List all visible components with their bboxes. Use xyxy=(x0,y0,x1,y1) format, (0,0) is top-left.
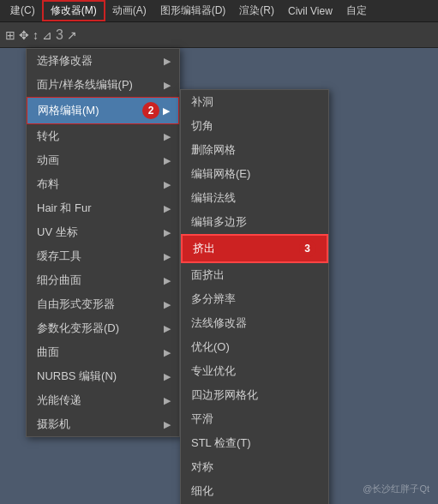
menu-item-cache[interactable]: 缓存工具 ▶ xyxy=(27,244,179,268)
submenu-item-edit-normals[interactable]: 编辑法线 xyxy=(181,186,328,210)
menu-item-hair-fur[interactable]: Hair 和 Fur ▶ xyxy=(27,196,179,220)
menubar-item-graph-editor[interactable]: 图形编辑器(D) xyxy=(153,2,233,20)
arrow-icon: ▶ xyxy=(164,80,171,91)
submenu-mesh-edit: 补洞 切角 删除网格 编辑网格(E) 编辑法线 编辑多边形 挤出 3 面挤出 xyxy=(180,89,329,504)
submenu-item-cap-holes[interactable]: 补洞 xyxy=(181,90,328,114)
menubar-item-civil-view[interactable]: Civil View xyxy=(281,3,339,19)
submenu-item-optimize[interactable]: 优化(O) xyxy=(181,335,328,359)
menubar: 建(C) 修改器(M) 动画(A) 图形编辑器(D) 渲染(R) Civil V… xyxy=(0,0,438,22)
menubar-item-render[interactable]: 渲染(R) xyxy=(232,2,281,20)
arrow-icon: ▶ xyxy=(164,371,171,382)
submenu-item-face-extrude[interactable]: 面挤出 xyxy=(181,263,328,287)
submenu-item-multires[interactable]: 多分辨率 xyxy=(181,287,328,311)
submenu-item-smooth[interactable]: 平滑 xyxy=(181,407,328,431)
main-area: 选择修改器 ▶ 面片/样条线编辑(P) ▶ 网格编辑(M) 2 ▶ 转化 ▶ 动… xyxy=(0,48,438,504)
menubar-item-custom[interactable]: 自定 xyxy=(339,2,374,20)
arrow-icon: ▶ xyxy=(164,419,171,430)
step-2-badge: 2 xyxy=(142,102,159,119)
submenu-item-chamfer[interactable]: 切角 xyxy=(181,114,328,138)
arrow-icon: ▶ xyxy=(164,395,171,406)
main-dropdown-menu: 选择修改器 ▶ 面片/样条线编辑(P) ▶ 网格编辑(M) 2 ▶ 转化 ▶ 动… xyxy=(26,48,180,437)
step-3-badge: 3 xyxy=(299,240,316,257)
submenu-item-stl-check[interactable]: STL 检查(T) xyxy=(181,431,328,455)
arrow-icon: ▶ xyxy=(164,299,171,310)
arrow-icon: ▶ xyxy=(164,203,171,214)
arrow-icon: ▶ xyxy=(164,227,171,238)
arrow-icon: ▶ xyxy=(164,56,171,67)
submenu-item-quadify[interactable]: 四边形网格化 xyxy=(181,383,328,407)
menubar-item-modifier[interactable]: 修改器(M) xyxy=(42,0,105,21)
menu-item-camera[interactable]: 摄影机 ▶ xyxy=(27,412,179,436)
menubar-item-animation[interactable]: 动画(A) xyxy=(105,2,153,20)
menu-item-select-modifier[interactable]: 选择修改器 ▶ xyxy=(27,49,179,73)
menu-item-parametric[interactable]: 参数化变形器(D) ▶ xyxy=(27,316,179,340)
menu-item-mesh-edit[interactable]: 网格编辑(M) 2 ▶ xyxy=(27,97,179,124)
submenu-item-extrude[interactable]: 挤出 3 xyxy=(181,234,328,263)
submenu-item-delete-mesh[interactable]: 删除网格 xyxy=(181,138,328,162)
menu-item-uv[interactable]: UV 坐标 ▶ xyxy=(27,220,179,244)
toolbar: ⊞ ✥ ↕ ⊿ 3 ↗ xyxy=(0,22,438,48)
toolbar-icon-4: ⊿ xyxy=(42,28,52,42)
menu-item-convert[interactable]: 转化 ▶ xyxy=(27,124,179,148)
submenu-item-pro-optimize[interactable]: 专业优化 xyxy=(181,359,328,383)
menu-item-radiosity[interactable]: 光能传递 ▶ xyxy=(27,388,179,412)
submenu-item-symmetry[interactable]: 对称 xyxy=(181,455,328,479)
toolbar-icon-3: ↕ xyxy=(33,28,39,42)
arrow-icon: ▶ xyxy=(164,251,171,262)
menu-item-cloth[interactable]: 布料 ▶ xyxy=(27,172,179,196)
menu-item-nurbs[interactable]: NURBS 编辑(N) ▶ xyxy=(27,364,179,388)
toolbar-icon-5: 3 xyxy=(56,27,63,43)
toolbar-icon-2: ✥ xyxy=(19,28,29,42)
menu-item-animation[interactable]: 动画 ▶ xyxy=(27,148,179,172)
submenu-item-edit-poly[interactable]: 编辑多边形 xyxy=(181,210,328,234)
toolbar-icon-1: ⊞ xyxy=(5,28,15,42)
arrow-icon: ▶ xyxy=(164,275,171,286)
menu-item-patch-spline[interactable]: 面片/样条线编辑(P) ▶ xyxy=(27,73,179,97)
watermark: @长沙红胖子Qt xyxy=(363,483,429,495)
menu-item-subdivision[interactable]: 细分曲面 ▶ xyxy=(27,268,179,292)
arrow-icon: ▶ xyxy=(164,323,171,334)
dropdown-container: 选择修改器 ▶ 面片/样条线编辑(P) ▶ 网格编辑(M) 2 ▶ 转化 ▶ 动… xyxy=(26,48,180,437)
toolbar-icon-6: ↗ xyxy=(67,28,77,42)
menu-item-surface[interactable]: 曲面 ▶ xyxy=(27,340,179,364)
arrow-icon: ▶ xyxy=(164,179,171,190)
submenu-item-tessellate[interactable]: 细化 xyxy=(181,479,328,503)
arrow-icon: ▶ xyxy=(164,131,171,142)
arrow-icon: ▶ xyxy=(164,347,171,358)
menubar-item-build[interactable]: 建(C) xyxy=(3,2,42,20)
submenu-item-edit-mesh[interactable]: 编辑网格(E) xyxy=(181,162,328,186)
submenu-item-normal-modifier[interactable]: 法线修改器 xyxy=(181,311,328,335)
arrow-icon: ▶ xyxy=(163,105,170,117)
menu-item-ffd[interactable]: 自由形式变形器 ▶ xyxy=(27,292,179,316)
arrow-icon: ▶ xyxy=(164,155,171,166)
